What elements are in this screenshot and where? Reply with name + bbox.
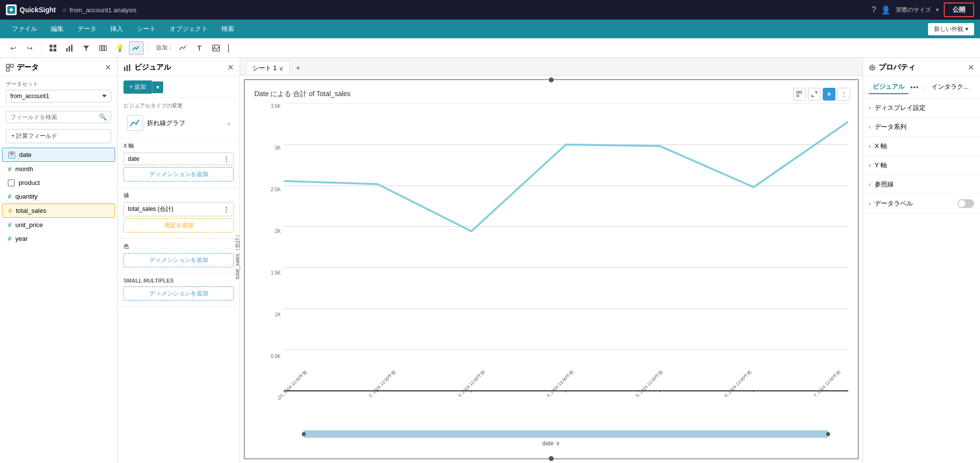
value-field-menu-icon[interactable]: ⋮ bbox=[223, 206, 229, 213]
props-display-settings-left: › ディスプレイ設定 bbox=[869, 103, 926, 112]
toolbar-sep-1 bbox=[41, 43, 42, 53]
redo-button[interactable]: ↪ bbox=[23, 41, 37, 55]
search-input[interactable] bbox=[10, 114, 96, 121]
color-add-dimension[interactable]: ディメンションを追加 bbox=[123, 253, 234, 267]
props-display-settings[interactable]: › ディスプレイ設定 bbox=[863, 99, 980, 118]
new-appearance-button[interactable]: 新しい外観 ▾ bbox=[928, 23, 974, 35]
menu-item-data[interactable]: データ bbox=[72, 23, 102, 35]
y-tick-0: 0 bbox=[264, 395, 281, 401]
hash-icon-month: # bbox=[8, 165, 11, 173]
field-name-year: year bbox=[15, 235, 27, 242]
chart-resize-top[interactable] bbox=[549, 77, 554, 82]
chart-container: Date による 合計 of Total_sales ⋮ bbox=[244, 79, 858, 459]
y-tick-500: 0.5K bbox=[264, 354, 281, 359]
field-item-year[interactable]: # year bbox=[2, 232, 115, 245]
scrollbar-right-handle[interactable] bbox=[826, 432, 830, 436]
menu-item-search[interactable]: 検索 bbox=[216, 23, 240, 35]
data-panel-close-icon[interactable]: ✕ bbox=[105, 63, 111, 72]
value-field-chip[interactable]: total_sales (合計) ⋮ bbox=[123, 202, 234, 216]
menu-item-file[interactable]: ファイル bbox=[6, 23, 43, 35]
field-item-total-sales[interactable]: # total_sales bbox=[2, 204, 115, 218]
undo-button[interactable]: ↩ bbox=[6, 41, 21, 55]
data-view-button[interactable] bbox=[46, 41, 60, 55]
dataset-label: データセット bbox=[6, 80, 111, 88]
svg-rect-11 bbox=[213, 45, 220, 51]
add-line-button[interactable] bbox=[175, 41, 190, 55]
chart-button[interactable] bbox=[62, 41, 77, 55]
x-axis-add-label: ディメンションを追加 bbox=[149, 171, 208, 178]
menu-item-sheet[interactable]: シート bbox=[131, 23, 162, 35]
tab-interact[interactable]: インタラク... bbox=[928, 80, 973, 94]
svg-point-23 bbox=[829, 94, 830, 95]
add-visual-dropdown-button[interactable]: ▾ bbox=[152, 81, 163, 93]
sheet-tab-1[interactable]: シート 1 ∨ bbox=[246, 61, 290, 75]
topbar: QuickSight ☆ from_account1 analysis ? 👤 … bbox=[0, 0, 980, 20]
menu-item-edit[interactable]: 編集 bbox=[45, 23, 70, 35]
x-axis-section: X 軸 date ⋮ ディメンションを追加 bbox=[118, 138, 240, 188]
add-image-button[interactable] bbox=[209, 41, 223, 55]
add-text-button[interactable]: T bbox=[192, 41, 207, 55]
menubar-right: 新しい外観 ▾ bbox=[928, 23, 974, 35]
field-item-unit-price[interactable]: # unit_price bbox=[2, 218, 115, 232]
search-box: 🔍 bbox=[6, 111, 111, 123]
menu-item-insert[interactable]: 挿入 bbox=[104, 23, 129, 35]
add-visual-main-button[interactable]: + 追加 bbox=[123, 80, 152, 94]
visual-type-item[interactable]: 折れ線グラフ › bbox=[123, 112, 234, 134]
data-panel: データ ✕ データセット from_account1 🔍 + 計算フィールド 📅… bbox=[0, 58, 118, 463]
chart-scrollbar[interactable] bbox=[303, 430, 829, 438]
columns-button[interactable] bbox=[96, 41, 110, 55]
chart-active-button[interactable] bbox=[823, 88, 835, 101]
sheet-tab-dropdown-icon[interactable]: ∨ bbox=[279, 65, 284, 72]
help-icon[interactable]: ? bbox=[872, 5, 876, 14]
chart-scrollbar-area bbox=[284, 430, 848, 438]
props-x-axis[interactable]: › X 軸 bbox=[863, 137, 980, 156]
props-reference-line[interactable]: › 参照線 bbox=[863, 175, 980, 194]
chart-scrollbar-handle[interactable] bbox=[304, 431, 828, 437]
chart-visual-icon-button[interactable] bbox=[793, 88, 806, 101]
x-axis-add-dimension[interactable]: ディメンションを追加 bbox=[123, 167, 234, 181]
field-item-month[interactable]: # month bbox=[2, 162, 115, 176]
props-x-axis-left: › X 軸 bbox=[869, 142, 887, 151]
menu-item-object[interactable]: オブジェクト bbox=[164, 23, 214, 35]
props-x-axis-label: X 軸 bbox=[875, 142, 887, 151]
insight-button[interactable]: 💡 bbox=[112, 41, 127, 55]
line-chart-icon bbox=[127, 115, 143, 131]
x-axis-field-menu-icon[interactable]: ⋮ bbox=[223, 155, 229, 162]
add-sheet-button[interactable]: + bbox=[292, 61, 304, 75]
properties-panel-close-icon[interactable]: ✕ bbox=[968, 63, 974, 72]
publish-button[interactable]: 公開 bbox=[944, 2, 974, 17]
chart-expand-button[interactable] bbox=[808, 88, 821, 101]
chart-line bbox=[284, 122, 848, 231]
chart-resize-bottom[interactable] bbox=[549, 456, 554, 461]
dataset-select[interactable]: from_account1 bbox=[6, 90, 111, 103]
x-axis-label-area: date ∨ bbox=[254, 438, 848, 449]
field-name-total-sales: total_sales bbox=[16, 207, 46, 214]
visual-type-name: 折れ線グラフ bbox=[147, 119, 185, 128]
x-axis-dropdown-icon[interactable]: ∨ bbox=[556, 440, 560, 447]
visual-panel-header: ビジュアル ✕ bbox=[118, 58, 240, 77]
props-data-label[interactable]: › データラベル bbox=[863, 194, 980, 213]
dot-2 bbox=[913, 86, 915, 88]
filter-button[interactable] bbox=[79, 41, 94, 55]
data-label-toggle[interactable] bbox=[957, 199, 974, 208]
tab-visual-dots[interactable] bbox=[910, 86, 918, 88]
dropdown-arrow[interactable]: ▾ bbox=[936, 6, 939, 13]
scrollbar-left-handle[interactable] bbox=[302, 432, 306, 436]
field-item-product[interactable]: product bbox=[2, 176, 115, 189]
value-add-measure[interactable]: 測定を追加 bbox=[123, 218, 234, 232]
field-item-date[interactable]: 📅 date bbox=[2, 148, 115, 162]
field-item-quantity[interactable]: # quantity bbox=[2, 190, 115, 203]
small-multiples-add-dimension[interactable]: ディメンションを追加 bbox=[123, 286, 234, 301]
props-reference-label: 参照線 bbox=[875, 180, 894, 189]
x-axis-field-chip[interactable]: date ⋮ bbox=[123, 153, 234, 165]
chart-more-button[interactable]: ⋮ bbox=[837, 88, 850, 101]
tab-visual[interactable]: ビジュアル bbox=[869, 80, 908, 94]
active-chart-button[interactable] bbox=[129, 41, 144, 55]
calc-field-button[interactable]: + 計算フィールド bbox=[6, 129, 111, 143]
visual-panel-close-icon[interactable]: ✕ bbox=[227, 63, 234, 72]
props-y-axis[interactable]: › Y 軸 bbox=[863, 156, 980, 175]
user-icon[interactable]: 👤 bbox=[881, 5, 891, 15]
props-data-series[interactable]: › データ系列 bbox=[863, 118, 980, 137]
menubar: ファイル 編集 データ 挿入 シート オブジェクト 検索 新しい外観 ▾ bbox=[0, 20, 980, 38]
color-add-label: ディメンションを追加 bbox=[149, 257, 208, 263]
